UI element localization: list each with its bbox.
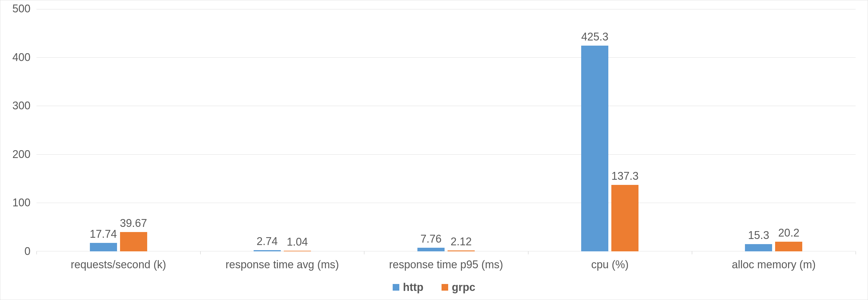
bar-value-label: 39.67 xyxy=(120,217,147,229)
bar-value-label: 20.2 xyxy=(778,226,799,239)
bar-grpc: 39.67 xyxy=(120,232,147,251)
x-tick-mark xyxy=(528,251,528,254)
bar-http: 15.3 xyxy=(745,244,772,252)
bar-http: 7.76 xyxy=(417,248,444,251)
bar-value-label: 425.3 xyxy=(581,30,608,43)
bar-grpc: 137.3 xyxy=(611,185,639,251)
x-axis-label: cpu (%) xyxy=(591,258,628,271)
category-group: 7.762.12 xyxy=(364,9,528,251)
bar-value-label: 2.12 xyxy=(451,235,472,248)
category-group: 17.7439.67 xyxy=(36,9,200,251)
legend-swatch-http xyxy=(393,284,399,291)
y-tick-label: 500 xyxy=(0,2,30,15)
x-axis-label: response time p95 (ms) xyxy=(389,258,503,271)
x-axis-label: response time avg (ms) xyxy=(226,258,339,271)
bar-value-label: 2.74 xyxy=(257,235,278,248)
y-axis: 0100200300400500 xyxy=(0,9,36,251)
bar-http: 2.74 xyxy=(254,250,281,251)
bar-value-label: 7.76 xyxy=(421,233,441,245)
bar-value-label: 15.3 xyxy=(748,229,769,242)
bar-value-label: 17.74 xyxy=(90,228,117,241)
x-tick-mark xyxy=(856,251,856,254)
legend-item-http: http xyxy=(393,281,424,294)
y-tick-label: 200 xyxy=(0,148,30,161)
x-tick-mark xyxy=(200,251,200,254)
bar-value-label: 1.04 xyxy=(287,236,308,248)
x-tick-mark xyxy=(364,251,364,254)
y-tick-label: 300 xyxy=(0,100,30,112)
bar-value-label: 137.3 xyxy=(611,170,639,183)
category-group: 425.3137.3 xyxy=(528,9,692,251)
legend-label-http: http xyxy=(403,281,424,294)
category-group: 15.320.2 xyxy=(692,9,856,251)
plot-area: 17.7439.672.741.047.762.12425.3137.315.3… xyxy=(36,9,856,251)
bar-grpc: 1.04 xyxy=(284,251,311,251)
legend: http grpc xyxy=(0,281,868,294)
bar-http: 17.74 xyxy=(90,243,117,251)
x-tick-mark xyxy=(36,251,37,254)
x-axis-label: alloc memory (m) xyxy=(732,258,815,271)
legend-label-grpc: grpc xyxy=(452,281,475,294)
y-tick-label: 0 xyxy=(0,245,30,258)
category-group: 2.741.04 xyxy=(200,9,364,251)
bar-grpc: 2.12 xyxy=(447,250,475,251)
chart-container: 0100200300400500 17.7439.672.741.047.762… xyxy=(0,0,868,300)
x-axis-labels: requests/second (k)response time avg (ms… xyxy=(36,256,856,271)
legend-swatch-grpc xyxy=(441,284,448,291)
x-axis-label: requests/second (k) xyxy=(71,258,166,271)
y-tick-label: 100 xyxy=(0,196,30,209)
y-tick-label: 400 xyxy=(0,51,30,64)
x-tick-mark xyxy=(692,251,692,254)
bar-http: 425.3 xyxy=(581,46,608,251)
bar-grpc: 20.2 xyxy=(775,242,802,251)
legend-item-grpc: grpc xyxy=(441,281,475,294)
